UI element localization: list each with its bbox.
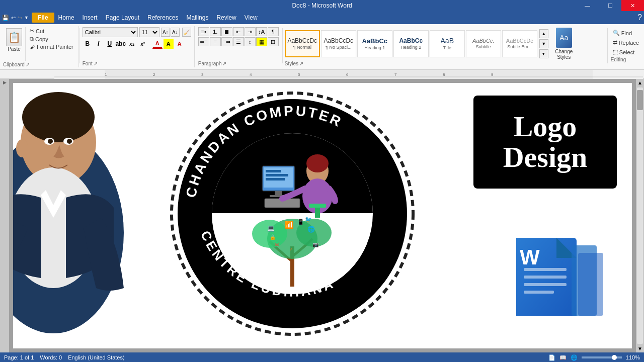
style-no-spacing-btn[interactable]: AaBbCcDc ¶ No Spaci...	[321, 30, 356, 57]
style-subtle-em-btn[interactable]: AaBbCcDc Subtle Em...	[502, 30, 537, 57]
underline-button[interactable]: U	[105, 39, 115, 49]
italic-button[interactable]: I	[94, 39, 104, 49]
view-normal-icon[interactable]: 📄	[548, 354, 555, 361]
svg-text:5: 5	[298, 72, 300, 77]
bullets-btn[interactable]: ≡•	[198, 27, 209, 36]
replace-button[interactable]: ⇄ Replace	[611, 39, 641, 46]
copy-button[interactable]: ⧉ Copy	[28, 35, 75, 43]
zoom-thumb[interactable]	[612, 355, 617, 360]
shading-btn[interactable]: ▦	[256, 37, 267, 46]
justify-btn[interactable]: ☰	[233, 37, 244, 46]
increase-indent-btn[interactable]: ⇥	[245, 27, 256, 36]
page-info: Page: 1 of 1	[4, 354, 34, 360]
svg-rect-31	[266, 178, 285, 180]
logo-svg: 📶 📱 🌐 💻 ✉ 🐦 ♪ 📷 🔒	[169, 90, 416, 337]
svg-text:📱: 📱	[297, 218, 304, 225]
styles-scroll-down[interactable]: ▼	[539, 39, 548, 48]
scroll-thumb[interactable]	[637, 90, 643, 110]
sort-btn[interactable]: ↕A	[256, 27, 267, 36]
change-styles-button[interactable]: Aа ChangeStyles	[551, 27, 577, 60]
line-spacing-btn[interactable]: ↕	[245, 37, 256, 46]
align-left-btn[interactable]: ⬅≡	[198, 37, 209, 46]
highlight-btn[interactable]: A	[164, 39, 174, 49]
quick-undo-icon[interactable]: ↩	[11, 15, 16, 21]
scroll-up-btn[interactable]: ▲	[636, 79, 643, 86]
close-btn[interactable]: ✕	[621, 0, 644, 11]
clear-format-btn[interactable]: 🧹	[182, 28, 191, 37]
svg-point-41	[252, 220, 287, 248]
scroll-track[interactable]	[637, 87, 643, 344]
menu-references[interactable]: References	[143, 13, 182, 23]
svg-text:W: W	[520, 245, 540, 269]
paste-button[interactable]: 📋 Paste	[3, 27, 26, 61]
svg-text:💻: 💻	[267, 224, 275, 232]
svg-text:6: 6	[346, 72, 349, 77]
svg-point-14	[22, 92, 95, 142]
font-expand-icon[interactable]: ↗	[94, 61, 98, 66]
menu-home[interactable]: Home	[54, 13, 78, 23]
format-painter-button[interactable]: 🖌 Format Painter	[28, 43, 75, 50]
style-heading2-btn[interactable]: AaBbCc Heading 2	[393, 30, 429, 57]
style-subtle-em-label: Subtle Em...	[507, 44, 532, 49]
person-svg	[13, 83, 164, 348]
menu-review[interactable]: Review	[212, 13, 240, 23]
ribbon: 📋 Paste ✂ Cut ⧉ Copy 🖌	[0, 24, 644, 70]
text-color-btn[interactable]: A	[152, 39, 163, 49]
quick-save-icon[interactable]: 💾	[2, 15, 9, 21]
menu-insert[interactable]: Insert	[78, 13, 102, 23]
view-web-icon[interactable]: 🌐	[571, 354, 578, 361]
align-right-btn[interactable]: ≡➡	[221, 37, 232, 46]
styles-more[interactable]: ▾	[539, 49, 548, 58]
style-heading2-label: Heading 2	[400, 45, 421, 50]
ruler-svg: 1 2 3 4 5 6 7 8 9	[54, 70, 643, 79]
show-hide-btn[interactable]: ¶	[268, 27, 279, 36]
minimize-ribbon-btn[interactable]: ?	[637, 13, 642, 22]
clipboard-expand-icon[interactable]: ↗	[26, 62, 30, 67]
styles-expand-icon[interactable]: ↗	[299, 61, 303, 66]
file-button[interactable]: File	[32, 13, 54, 23]
view-reader-icon[interactable]: 📖	[559, 354, 567, 361]
subscript-button[interactable]: x₂	[127, 39, 137, 49]
font-size-select[interactable]: 11	[139, 27, 159, 37]
find-button[interactable]: 🔍 Find	[611, 29, 641, 37]
vertical-scrollbar[interactable]: ▲ ▼	[636, 79, 644, 352]
font-color-btn[interactable]: A	[175, 39, 185, 49]
quick-redo-icon[interactable]: ↪	[18, 15, 22, 21]
paste-icon: 📋	[6, 28, 22, 46]
cut-button[interactable]: ✂ Cut	[28, 27, 75, 35]
paragraph-expand-icon[interactable]: ↗	[222, 61, 226, 66]
font-family-select[interactable]: Calibri	[83, 27, 138, 37]
increase-font-btn[interactable]: A↑	[161, 28, 170, 37]
menu-view[interactable]: View	[240, 13, 262, 23]
strikethrough-button[interactable]: abc	[116, 39, 126, 49]
numbering-btn[interactable]: 1.	[210, 27, 221, 36]
maximize-btn[interactable]: ☐	[599, 0, 621, 11]
zoom-slider[interactable]	[582, 356, 622, 358]
style-normal-label: ¶ Normal	[293, 45, 311, 50]
find-icon: 🔍	[613, 30, 620, 36]
menu-page-layout[interactable]: Page Layout	[102, 13, 143, 23]
style-subtitle-btn[interactable]: AaBbCc. Subtitle	[466, 30, 501, 57]
bold-button[interactable]: B	[83, 39, 93, 49]
style-normal-btn[interactable]: AaBbCcDc ¶ Normal	[285, 30, 320, 57]
select-button[interactable]: ⬚ Select	[611, 48, 641, 56]
left-margin-indicator: ▶	[0, 79, 9, 352]
style-title-btn[interactable]: AaB Title	[430, 30, 465, 57]
customize-qat[interactable]: ▼	[24, 15, 29, 20]
borders-btn[interactable]: ⊞	[268, 37, 279, 46]
decrease-font-btn[interactable]: A↓	[171, 28, 180, 37]
superscript-button[interactable]: x²	[138, 39, 148, 49]
app-title: Doc8 - Microsoft Word	[292, 2, 352, 9]
minimize-btn[interactable]: —	[576, 0, 599, 11]
decrease-indent-btn[interactable]: ⇤	[233, 27, 244, 36]
multilevel-btn[interactable]: ≣	[221, 27, 232, 36]
styles-scroll-up[interactable]: ▲	[539, 29, 548, 38]
menu-mailings[interactable]: Mailings	[182, 13, 212, 23]
copy-icon: ⧉	[30, 36, 34, 42]
window-controls[interactable]: — ☐ ✕	[576, 0, 644, 11]
document-page[interactable]: 📶 📱 🌐 💻 ✉ 🐦 ♪ 📷 🔒	[13, 83, 632, 348]
change-styles-label: ChangeStyles	[555, 49, 573, 60]
align-center-btn[interactable]: ≡	[210, 37, 221, 46]
scroll-down-btn[interactable]: ▼	[636, 345, 643, 352]
style-heading1-btn[interactable]: AaBbCc Heading 1	[357, 30, 392, 57]
